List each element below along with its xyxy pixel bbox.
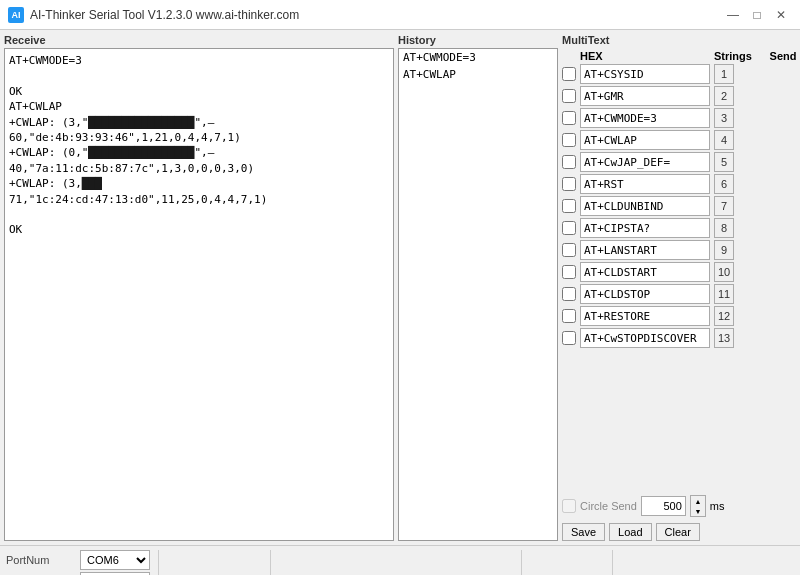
circle-send-input[interactable]	[641, 496, 686, 516]
mt-row-checkbox[interactable]	[562, 243, 576, 257]
port-settings: PortNum COM1COM2COM3COM4COM5COM6 BaudRat…	[6, 550, 150, 575]
circle-send-row: Circle Send ▲ ▼ ms	[562, 493, 798, 519]
mt-row: 7	[562, 196, 798, 216]
mt-row-num: 1	[714, 64, 734, 84]
mt-row-num: 6	[714, 174, 734, 194]
mt-row-hex-input[interactable]	[580, 240, 710, 260]
mt-row-num: 3	[714, 108, 734, 128]
ctrl-row-1: PortNum COM1COM2COM3COM4COM5COM6 BaudRat…	[6, 550, 794, 575]
main-content: Receive AT+CWMODE=3 OK AT+CWLAP +CWLAP: …	[0, 30, 800, 545]
mt-row-hex-input[interactable]	[580, 130, 710, 150]
title-bar: AI AI-Thinker Serial Tool V1.2.3.0 www.a…	[0, 0, 800, 30]
portnum-combo: PortNum COM1COM2COM3COM4COM5COM6	[6, 550, 150, 570]
spin-up-button[interactable]: ▲	[691, 496, 705, 506]
app-icon: AI	[8, 7, 24, 23]
save-button[interactable]: Save	[562, 523, 605, 541]
multitext-label: MultiText	[562, 34, 609, 46]
mt-row-num: 9	[714, 240, 734, 260]
history-label: History	[398, 34, 558, 46]
mt-col-headers: HEX Strings Send	[562, 50, 798, 62]
mt-row-num: 7	[714, 196, 734, 216]
close-button[interactable]: ✕	[770, 4, 792, 26]
load-button[interactable]: Load	[609, 523, 651, 541]
mt-row: 2	[562, 86, 798, 106]
mt-row: 10	[562, 262, 798, 282]
mt-row-checkbox[interactable]	[562, 177, 576, 191]
mt-row-num: 5	[714, 152, 734, 172]
mt-row: 9	[562, 240, 798, 260]
mt-row-num: 2	[714, 86, 734, 106]
mt-row-checkbox[interactable]	[562, 89, 576, 103]
circle-send-checkbox[interactable]	[562, 499, 576, 513]
mt-row: 8	[562, 218, 798, 238]
mt-row: 13	[562, 328, 798, 348]
mt-row-hex-input[interactable]	[580, 64, 710, 84]
mt-row-hex-input[interactable]	[580, 218, 710, 238]
history-list: AT+CWMODE=3AT+CWLAP	[398, 48, 558, 541]
col-send-label: Send	[768, 50, 798, 62]
mt-row-hex-input[interactable]	[580, 196, 710, 216]
history-item[interactable]: AT+CWLAP	[399, 66, 557, 83]
mt-row-checkbox[interactable]	[562, 287, 576, 301]
spin-down-button[interactable]: ▼	[691, 506, 705, 516]
controls-area: PortNum COM1COM2COM3COM4COM5COM6 BaudRat…	[0, 545, 800, 575]
history-panel: History AT+CWMODE=3AT+CWLAP	[398, 34, 558, 541]
receive-panel: Receive AT+CWMODE=3 OK AT+CWLAP +CWLAP: …	[4, 34, 394, 541]
window-controls: — □ ✕	[722, 4, 792, 26]
mt-row-num: 4	[714, 130, 734, 150]
mt-row-checkbox[interactable]	[562, 199, 576, 213]
app-title: AI-Thinker Serial Tool V1.2.3.0 www.ai-t…	[30, 8, 299, 22]
mt-row-num: 12	[714, 306, 734, 326]
mt-rows: 1 2 3 4 5 6 7 8 9 10 11	[562, 64, 798, 489]
mt-row-checkbox[interactable]	[562, 111, 576, 125]
portnum-select[interactable]: COM1COM2COM3COM4COM5COM6	[80, 550, 150, 570]
title-bar-left: AI AI-Thinker Serial Tool V1.2.3.0 www.a…	[8, 7, 299, 23]
maximize-button[interactable]: □	[746, 4, 768, 26]
mt-row-hex-input[interactable]	[580, 174, 710, 194]
history-item[interactable]: AT+CWMODE=3	[399, 49, 557, 66]
mt-row: 11	[562, 284, 798, 304]
mt-bottom-buttons: Save Load Clear	[562, 523, 798, 541]
mt-row: 4	[562, 130, 798, 150]
receive-textarea[interactable]: AT+CWMODE=3 OK AT+CWLAP +CWLAP: (3,"████…	[4, 48, 394, 541]
col-hex-label: HEX	[580, 50, 710, 62]
multitext-panel: MultiText HEX Strings Send 1 2 3 4 5 6	[562, 34, 798, 541]
mt-row-hex-input[interactable]	[580, 86, 710, 106]
mt-row: 12	[562, 306, 798, 326]
mt-row-hex-input[interactable]	[580, 306, 710, 326]
circle-send-ms: ms	[710, 500, 725, 512]
mt-row: 5	[562, 152, 798, 172]
mt-row: 3	[562, 108, 798, 128]
multitext-header: MultiText	[562, 34, 798, 48]
mt-row-checkbox[interactable]	[562, 265, 576, 279]
mt-row: 1	[562, 64, 798, 84]
mt-row-num: 13	[714, 328, 734, 348]
circle-send-label: Circle Send	[580, 500, 637, 512]
mt-row-num: 11	[714, 284, 734, 304]
col-strings-label: Strings	[714, 50, 764, 62]
mt-row-hex-input[interactable]	[580, 152, 710, 172]
receive-label: Receive	[4, 34, 394, 46]
portnum-label: PortNum	[6, 554, 78, 566]
mt-row-num: 8	[714, 218, 734, 238]
mt-row-checkbox[interactable]	[562, 221, 576, 235]
minimize-button[interactable]: —	[722, 4, 744, 26]
mt-row-num: 10	[714, 262, 734, 282]
mt-row-checkbox[interactable]	[562, 309, 576, 323]
clear-button[interactable]: Clear	[656, 523, 700, 541]
mt-row-checkbox[interactable]	[562, 155, 576, 169]
circle-send-spinner: ▲ ▼	[690, 495, 706, 517]
mt-row-hex-input[interactable]	[580, 284, 710, 304]
mt-row: 6	[562, 174, 798, 194]
mt-row-checkbox[interactable]	[562, 133, 576, 147]
mt-row-hex-input[interactable]	[580, 262, 710, 282]
mt-row-hex-input[interactable]	[580, 328, 710, 348]
mt-row-hex-input[interactable]	[580, 108, 710, 128]
mt-row-checkbox[interactable]	[562, 67, 576, 81]
mt-row-checkbox[interactable]	[562, 331, 576, 345]
